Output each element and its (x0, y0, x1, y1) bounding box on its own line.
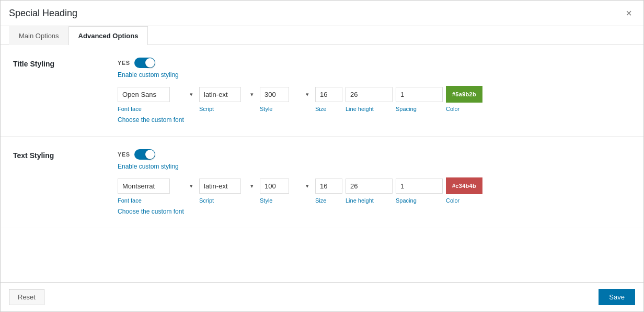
tab-main-options[interactable]: Main Options (9, 26, 68, 45)
text-size-input[interactable] (315, 179, 342, 194)
text-script-select[interactable]: latin-ext latin (199, 179, 241, 194)
text-line-height-input[interactable] (346, 179, 393, 194)
title-toggle-switch[interactable] (134, 58, 155, 68)
title-custom-font-link[interactable]: Choose the custom font (118, 116, 631, 124)
text-styling-section: Text Styling YES Enable custom styling M… (1, 137, 643, 228)
title-script-label: Script (199, 106, 257, 112)
reset-button[interactable]: Reset (9, 289, 44, 305)
close-button[interactable]: × (623, 7, 635, 19)
text-enable-label: Enable custom styling (118, 163, 631, 170)
text-spacing-label: Spacing (396, 197, 443, 204)
text-toggle-row: YES (118, 149, 631, 160)
text-font-face-wrapper[interactable]: Montserrat Open Sans Arial (118, 179, 196, 194)
text-size-label: Size (315, 197, 342, 204)
text-line-height-label: Line height (346, 197, 393, 204)
text-styling-content: YES Enable custom styling Montserrat Ope… (118, 149, 631, 215)
text-labels-row: Font face Script Style Size Line height … (118, 197, 631, 204)
text-style-wrapper[interactable]: 100 300 400 700 (260, 179, 312, 194)
title-styling-content: YES Enable custom styling Open Sans Aria… (118, 58, 631, 124)
title-spacing-label: Spacing (396, 106, 443, 112)
title-size-input[interactable] (315, 87, 342, 102)
title-enable-label: Enable custom styling (118, 71, 631, 79)
dialog-footer: Reset Save (1, 282, 643, 311)
title-style-wrapper[interactable]: 300 400 700 (260, 87, 312, 102)
title-color-button[interactable]: #5a9b2b (446, 86, 482, 103)
text-font-face-label: Font face (118, 197, 196, 204)
title-style-select[interactable]: 300 400 700 (260, 87, 289, 102)
text-color-label: Color (446, 197, 482, 204)
text-spacing-input[interactable] (396, 179, 443, 194)
text-custom-font-link[interactable]: Choose the custom font (118, 208, 631, 215)
save-button[interactable]: Save (599, 289, 635, 305)
title-style-label: Style (260, 106, 312, 112)
title-font-face-label: Font face (118, 106, 196, 112)
title-font-face-wrapper[interactable]: Open Sans Arial Montserrat (118, 87, 196, 102)
tab-advanced-options[interactable]: Advanced Options (68, 26, 148, 45)
title-spacing-input[interactable] (396, 87, 443, 102)
title-script-select[interactable]: latin-ext latin (199, 87, 241, 102)
title-toggle-yes-label: YES (118, 60, 130, 66)
title-color-label: Color (446, 106, 482, 112)
text-font-face-select[interactable]: Montserrat Open Sans Arial (118, 179, 170, 194)
dialog-body: Title Styling YES Enable custom styling … (1, 45, 643, 282)
text-styling-label: Text Styling (13, 149, 118, 160)
title-line-height-label: Line height (346, 106, 393, 112)
text-toggle-switch[interactable] (134, 149, 155, 160)
title-toggle-row: YES (118, 58, 631, 68)
text-script-label: Script (199, 197, 257, 204)
title-line-height-input[interactable] (346, 87, 393, 102)
dialog-title: Special Heading (9, 8, 77, 19)
text-toggle-yes-label: YES (118, 151, 130, 158)
title-font-face-select[interactable]: Open Sans Arial Montserrat (118, 87, 170, 102)
text-script-wrapper[interactable]: latin-ext latin (199, 179, 257, 194)
text-toggle-knob (145, 150, 155, 159)
dialog-header: Special Heading × (1, 1, 643, 26)
text-controls-row: Montserrat Open Sans Arial latin-ext lat… (118, 177, 631, 194)
title-size-label: Size (315, 106, 342, 112)
title-script-wrapper[interactable]: latin-ext latin (199, 87, 257, 102)
text-style-label: Style (260, 197, 312, 204)
title-controls-row: Open Sans Arial Montserrat latin-ext lat… (118, 86, 631, 103)
dialog: Special Heading × Main Options Advanced … (0, 0, 644, 312)
title-styling-label: Title Styling (13, 58, 118, 68)
tabs-container: Main Options Advanced Options (1, 26, 643, 45)
text-style-select[interactable]: 100 300 400 700 (260, 179, 289, 194)
title-labels-row: Font face Script Style Size Line height … (118, 106, 631, 112)
title-toggle-knob (145, 58, 155, 68)
title-styling-section: Title Styling YES Enable custom styling … (1, 45, 643, 137)
text-color-button[interactable]: #c34b4b (446, 177, 482, 194)
